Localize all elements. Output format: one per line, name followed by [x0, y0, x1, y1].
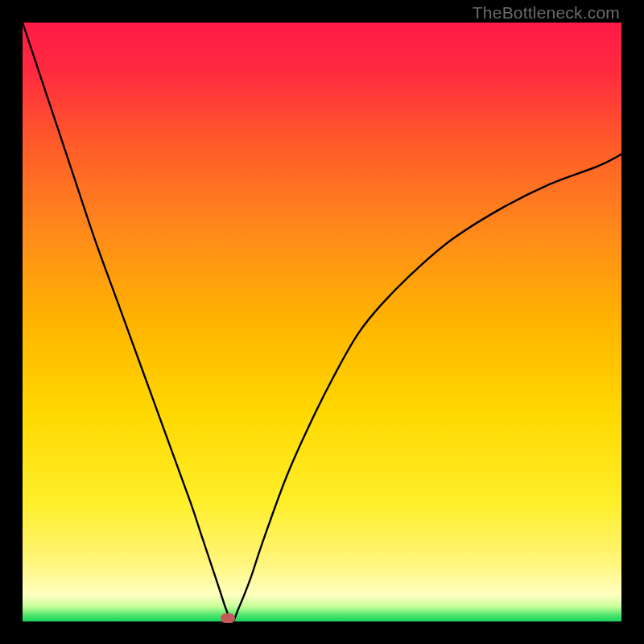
bottleneck-curve [23, 23, 621, 621]
watermark-text: TheBottleneck.com [473, 3, 620, 23]
plot-area [23, 23, 621, 621]
chart-frame: TheBottleneck.com [0, 0, 644, 644]
optimal-point-marker [221, 613, 235, 623]
